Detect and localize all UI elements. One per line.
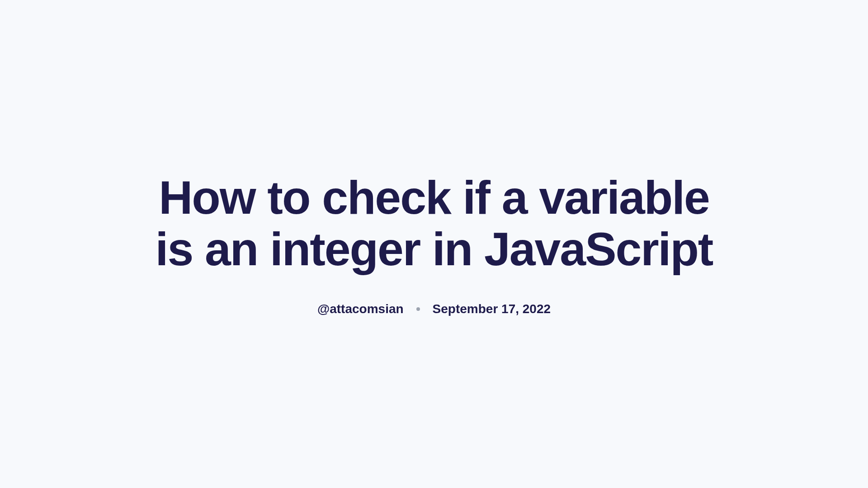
meta-row: @attacomsian September 17, 2022 (317, 302, 551, 316)
separator-dot (416, 307, 420, 311)
publish-date: September 17, 2022 (433, 302, 551, 316)
author-handle: @attacomsian (317, 302, 404, 316)
page-title: How to check if a variable is an integer… (140, 172, 728, 275)
